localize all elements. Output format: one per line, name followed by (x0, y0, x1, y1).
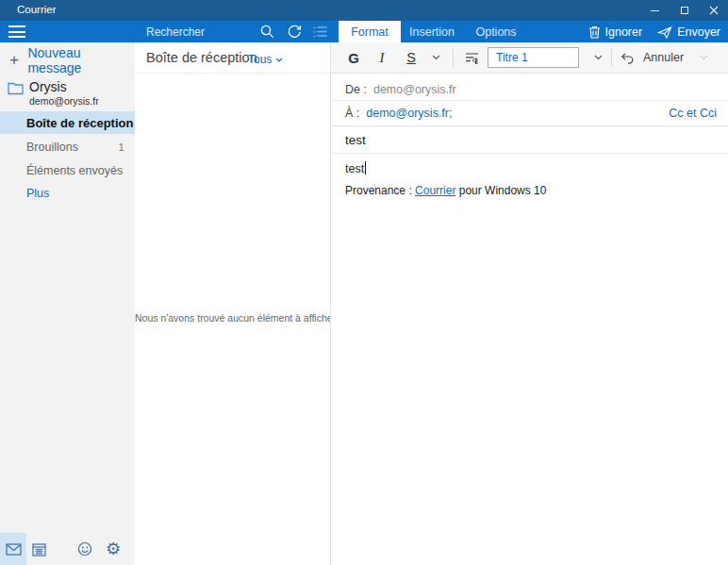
mail-icon (6, 543, 22, 556)
from-field[interactable]: De : demo@orysis.fr (331, 79, 728, 101)
discard-label: Ignorer (605, 25, 643, 39)
account-name: Orysis (29, 79, 67, 94)
calendar-icon (32, 542, 46, 557)
subject-value: test (345, 133, 366, 147)
titlebar: Courrier (0, 0, 728, 21)
tab-format[interactable]: Format (339, 21, 401, 42)
italic-button[interactable]: I (371, 42, 393, 73)
from-label: De : (345, 83, 367, 96)
folder-label: Éléments envoyés (26, 164, 123, 177)
window-controls (640, 0, 728, 21)
gear-icon: ⚙ (106, 540, 121, 557)
chevron-down-icon (594, 55, 603, 60)
undo-icon (620, 51, 636, 65)
to-label: À : (345, 107, 359, 120)
trash-icon (588, 25, 601, 39)
list-pane-header: Boîte de réception Tous (135, 42, 330, 74)
mail-app-window: Courrier Format Insertion (0, 0, 728, 565)
undo-options-chevron[interactable] (693, 42, 714, 73)
body-text: test (345, 162, 364, 175)
sync-icon[interactable] (287, 24, 303, 40)
toolbar-divider (611, 48, 612, 67)
search-input[interactable] (135, 21, 253, 42)
drafts-count-badge: 1 (119, 141, 124, 153)
list-pane-title: Boîte de réception (146, 50, 257, 65)
chevron-down-icon (700, 55, 708, 60)
sidebar-item-inbox[interactable]: Boîte de réception (0, 111, 135, 134)
to-field[interactable]: À : demo@orysis.fr; Cc et Cci (331, 101, 728, 126)
underline-button[interactable]: S (399, 42, 423, 73)
send-icon (657, 25, 672, 39)
sidebar: + Nouveau message Orysis demo@orysis.fr … (0, 42, 135, 533)
folder-icon (8, 82, 24, 95)
account-header[interactable]: Orysis demo@orysis.fr (0, 78, 135, 112)
folder-label: Plus (26, 187, 49, 200)
minimize-icon (651, 10, 659, 11)
bold-button[interactable]: G (340, 42, 367, 73)
plus-icon: + (9, 51, 27, 70)
discard-button[interactable]: Ignorer (588, 25, 643, 39)
account-email: demo@orysis.fr (29, 95, 99, 107)
undo-button[interactable]: Annuler (620, 42, 684, 73)
sidebar-item-more[interactable]: Plus (0, 182, 135, 205)
chevron-down-icon (275, 58, 283, 62)
paragraph-format-icon (464, 51, 480, 65)
format-toolbar: G I S Titre 1 (331, 42, 728, 74)
ribbon-actions: Ignorer Envoyer (588, 21, 720, 42)
filter-dropdown[interactable]: Tous (248, 53, 283, 66)
nav-mail-button[interactable] (0, 533, 26, 565)
sidebar-item-sent[interactable]: Éléments envoyés (0, 159, 135, 182)
hamburger-menu-button[interactable] (8, 25, 25, 38)
signature-prefix: Provenance : (345, 184, 415, 197)
empty-list-message: Nous n'avons trouvé aucun élément à affi… (135, 312, 330, 324)
style-chevron[interactable] (587, 42, 608, 73)
minimize-button[interactable] (640, 0, 670, 21)
command-bar: Format Insertion Options Ignorer Envoyer (0, 21, 728, 42)
cc-bcc-link[interactable]: Cc et Cci (669, 107, 717, 120)
bottom-nav: ⚙ (0, 533, 135, 565)
send-label: Envoyer (677, 25, 720, 39)
filter-label: Tous (248, 53, 272, 66)
search-icon[interactable] (259, 24, 275, 40)
close-button[interactable] (699, 0, 728, 21)
signature-link[interactable]: Courrier (415, 184, 455, 197)
selection-mode-icon[interactable] (312, 24, 328, 40)
maximize-icon (681, 7, 688, 14)
close-icon (709, 6, 719, 15)
app-title: Courrier (17, 4, 57, 15)
message-body[interactable]: test (345, 161, 366, 175)
to-value[interactable]: demo@orysis.fr; (366, 107, 452, 120)
toolbar-divider (453, 48, 454, 67)
folder-label: Brouillons (26, 141, 78, 154)
new-message-button[interactable]: + Nouveau message (0, 49, 135, 72)
folder-label: Boîte de réception (26, 116, 133, 130)
nav-calendar-button[interactable] (25, 533, 52, 565)
paragraph-format-button[interactable] (459, 42, 484, 73)
undo-label: Annuler (643, 51, 684, 64)
nav-feedback-button[interactable] (72, 533, 98, 565)
smiley-icon (77, 541, 92, 557)
signature-suffix: pour Windows 10 (455, 184, 546, 197)
from-value: demo@orysis.fr (373, 83, 456, 96)
tab-options[interactable]: Options (472, 21, 521, 42)
compose-pane: G I S Titre 1 (330, 42, 728, 565)
tab-insertion[interactable]: Insertion (405, 21, 459, 42)
subject-field[interactable]: test (331, 126, 728, 154)
nav-settings-button[interactable]: ⚙ (100, 533, 126, 565)
font-options-chevron[interactable] (425, 42, 446, 73)
sidebar-item-drafts[interactable]: Brouillons 1 (0, 136, 135, 158)
text-caret (365, 161, 366, 174)
signature-line: Provenance : Courrier pour Windows 10 (345, 184, 546, 197)
maximize-button[interactable] (670, 0, 699, 21)
style-selector[interactable]: Titre 1 (488, 47, 579, 68)
chevron-down-icon (432, 55, 440, 60)
new-message-label: Nouveau message (27, 45, 135, 75)
message-list-pane: Boîte de réception Tous Nous n'avons tro… (135, 42, 330, 565)
send-button[interactable]: Envoyer (657, 25, 720, 39)
